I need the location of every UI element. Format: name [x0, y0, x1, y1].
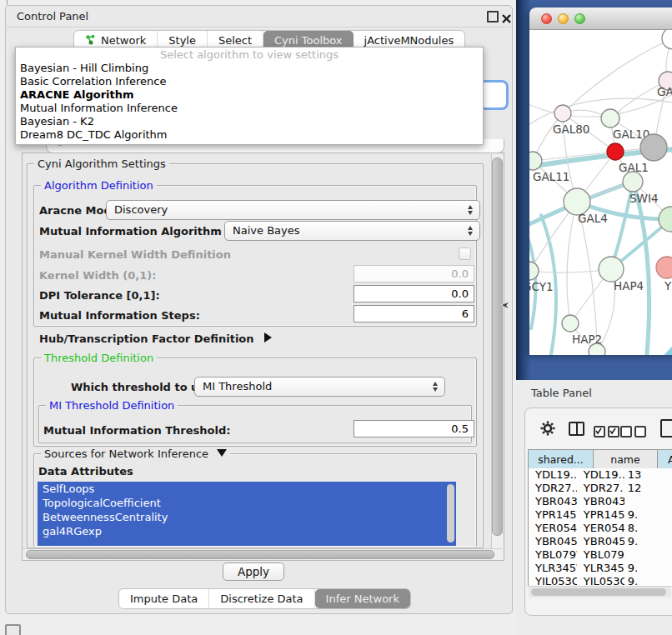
table-cell: YLR345W [529, 562, 577, 575]
network-node[interactable] [562, 315, 579, 332]
algorithm-option[interactable]: Bayesian - K2 [16, 115, 483, 128]
network-node[interactable] [529, 262, 539, 280]
table-row[interactable]: YBR045CYBR045C9. [529, 535, 672, 548]
node-label: HAP4 [614, 279, 644, 292]
algorithm-dropdown-list: Bayesian - Hill ClimbingBasic Correlatio… [16, 62, 483, 142]
network-node[interactable] [607, 143, 624, 160]
tab-impute-data[interactable]: Impute Data [119, 589, 209, 608]
table-cell: YDL19... [529, 468, 577, 482]
bottom-tabbar: Impute Data Discretize Data Infer Networ… [118, 588, 411, 609]
algorithm-option[interactable]: Dream8 DC_TDC Algorithm [16, 128, 483, 142]
select-all-columns-icon[interactable] [594, 425, 622, 441]
network-node[interactable] [662, 30, 672, 49]
table-row[interactable]: YER054CYER054C8. [529, 522, 672, 535]
network-node[interactable] [599, 257, 624, 282]
dpi-tolerance-input[interactable]: 0.0 [354, 285, 474, 302]
mi-threshold-label: Mutual Information Threshold: [43, 424, 230, 437]
table-row[interactable]: YDR27...YDR27...12 [529, 482, 672, 495]
network-node[interactable] [640, 134, 667, 161]
which-threshold-combo[interactable]: MI Threshold [194, 377, 445, 397]
algorithm-option[interactable]: Mutual Information Inference [16, 102, 483, 115]
algorithm-option[interactable]: ARACNE Algorithm [16, 88, 483, 102]
column-header-clipped[interactable]: A [658, 450, 672, 468]
network-window-titlebar[interactable] [529, 8, 672, 30]
float-window-icon[interactable] [487, 11, 499, 22]
table-cell: YPR145W [577, 508, 624, 522]
network-edge[interactable] [567, 202, 577, 323]
table-cell: YBL079W [529, 548, 577, 562]
table-cell: 9. [624, 562, 672, 575]
network-edge[interactable] [638, 320, 672, 355]
tab-label: Discretize Data [220, 592, 303, 605]
network-canvas[interactable]: GAL2GAL80GAL10GAL1GAL11SWI4GAL4GCY1HAP4Y… [529, 30, 672, 355]
network-node[interactable] [601, 109, 619, 128]
node-label: GAL11 [533, 170, 569, 183]
table-row[interactable]: YPR145WYPR145W9. [529, 508, 672, 522]
table-cell: YPR145W [529, 508, 577, 522]
threshold-definition-title: Threshold Definition [41, 352, 157, 364]
node-label: GAL4 [578, 212, 608, 225]
network-view-window[interactable]: GAL2GAL80GAL10GAL1GAL11SWI4GAL4GCY1HAP4Y… [529, 8, 672, 355]
tab-infer-network[interactable]: Infer Network [315, 589, 410, 608]
attribute-list-item[interactable]: gal4RGexp [38, 524, 456, 538]
table-cell: 12 [624, 482, 672, 495]
control-panel-title: Control Panel [17, 10, 88, 22]
dpi-tolerance-label: DPI Tolerance [0,1]: [39, 289, 160, 302]
attribute-list-item[interactable]: SelfLoops [38, 482, 456, 496]
aracne-mode-combo[interactable]: Discovery [106, 200, 480, 220]
table-hscrollbar[interactable] [529, 586, 671, 598]
mi-steps-input[interactable]: 6 [354, 305, 474, 322]
mi-type-combo[interactable]: Naive Bayes [224, 221, 480, 241]
mi-threshold-input[interactable]: 0.5 [354, 420, 474, 438]
table-row[interactable]: YBR043CYBR043C [529, 495, 672, 508]
network-edge[interactable] [633, 182, 649, 355]
attributes-scrollbar-thumb[interactable] [447, 484, 454, 542]
aracne-mode-value: Discovery [114, 203, 168, 216]
table-cell: YER054C [577, 522, 624, 535]
table-row[interactable]: YLR345WYLR345W9. [529, 562, 672, 575]
algorithm-option[interactable]: Basic Correlation Inference [16, 75, 483, 88]
network-node[interactable] [554, 105, 571, 122]
tab-label: Impute Data [130, 592, 198, 605]
table-row[interactable]: YBL079WYBL079W [529, 548, 672, 562]
zoom-traffic-light[interactable] [574, 13, 585, 24]
hub-definition-expander[interactable]: Hub/Transcription Factor Definition [39, 332, 272, 345]
mouse-cursor [501, 302, 511, 312]
data-attributes-list: SelfLoopsTopologicalCoefficientBetweenne… [38, 482, 456, 546]
minimize-traffic-light[interactable] [558, 13, 569, 24]
attribute-list-item[interactable]: BetweennessCentrality [38, 510, 456, 524]
algorithm-option[interactable]: Bayesian - Hill Climbing [16, 62, 483, 75]
show-columns-icon[interactable] [569, 422, 584, 436]
sources-title-text: Sources for Network Inference [44, 448, 208, 460]
horizontal-scrollbar-thumb[interactable] [26, 550, 494, 559]
gear-icon[interactable] [540, 421, 555, 436]
close-traffic-light[interactable] [541, 13, 552, 24]
network-node[interactable] [623, 172, 643, 192]
table-row[interactable]: YDL19...YDL19...13 [529, 468, 672, 482]
manual-kernel-checkbox[interactable] [459, 248, 471, 260]
network-edge[interactable] [529, 76, 672, 117]
column-header-name[interactable]: name [594, 450, 658, 468]
function-builder-icon[interactable] [660, 419, 672, 438]
attribute-list-item[interactable]: TopologicalCoefficient [38, 496, 456, 510]
unselect-all-columns-icon[interactable] [620, 425, 649, 441]
kernel-width-input[interactable]: 0.0 [354, 265, 474, 282]
network-node[interactable] [656, 257, 672, 278]
tab-discretize-data[interactable]: Discretize Data [209, 589, 314, 608]
table-hscrollbar-thumb[interactable] [531, 588, 666, 596]
combo-arrows-icon [468, 226, 473, 236]
manual-kernel-label: Manual Kernel Width Definition [39, 248, 231, 261]
close-icon[interactable] [502, 11, 511, 27]
table-cell: 9. [624, 535, 672, 548]
table-row[interactable]: YIL053CYIL053C9. [529, 575, 672, 586]
table-cell: YDR27... [577, 482, 624, 495]
dock-panel-icon[interactable] [5, 624, 21, 635]
table-header: shared... name A [528, 449, 672, 469]
apply-button[interactable]: Apply [223, 562, 284, 581]
sources-title[interactable]: Sources for Network Inference [41, 448, 230, 460]
table-cell: 8. [624, 522, 672, 535]
column-header-shared-name[interactable]: shared... [529, 450, 594, 468]
vertical-scrollbar-thumb[interactable] [492, 158, 503, 536]
network-graph-svg: GAL2GAL80GAL10GAL1GAL11SWI4GAL4GCY1HAP4Y… [529, 30, 672, 355]
network-node[interactable] [589, 343, 605, 355]
